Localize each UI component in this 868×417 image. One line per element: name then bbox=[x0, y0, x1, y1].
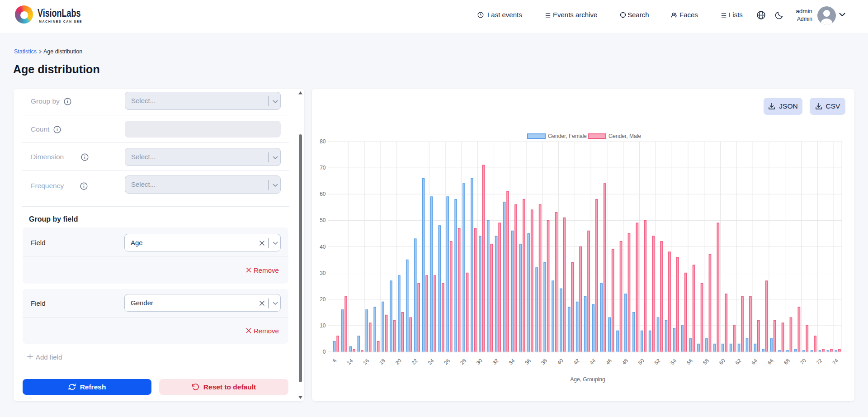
svg-text:14: 14 bbox=[346, 358, 354, 366]
svg-text:22: 22 bbox=[410, 358, 419, 366]
svg-text:58: 58 bbox=[702, 358, 710, 366]
svg-text:60: 60 bbox=[718, 358, 726, 366]
svg-text:30: 30 bbox=[320, 270, 326, 276]
svg-text:64: 64 bbox=[750, 358, 759, 366]
svg-text:72: 72 bbox=[815, 358, 823, 366]
svg-text:Age, Grouping: Age, Grouping bbox=[570, 376, 605, 383]
svg-text:38: 38 bbox=[540, 358, 548, 366]
svg-text:46: 46 bbox=[605, 358, 613, 366]
svg-text:Gender, Male: Gender, Male bbox=[609, 133, 641, 139]
svg-text:24: 24 bbox=[427, 358, 435, 366]
svg-text:80: 80 bbox=[320, 138, 326, 145]
svg-text:70: 70 bbox=[320, 165, 326, 171]
svg-text:62: 62 bbox=[734, 358, 742, 366]
svg-text:26: 26 bbox=[443, 358, 451, 366]
svg-text:70: 70 bbox=[799, 358, 807, 366]
svg-text:52: 52 bbox=[653, 358, 661, 366]
svg-text:10: 10 bbox=[320, 322, 326, 329]
svg-text:48: 48 bbox=[621, 358, 629, 366]
svg-text:16: 16 bbox=[362, 358, 370, 366]
svg-text:74: 74 bbox=[831, 358, 840, 366]
svg-text:20: 20 bbox=[320, 296, 326, 303]
svg-text:30: 30 bbox=[475, 358, 483, 366]
svg-text:28: 28 bbox=[459, 358, 467, 366]
svg-text:68: 68 bbox=[783, 358, 791, 366]
svg-text:36: 36 bbox=[524, 358, 532, 366]
svg-text:18: 18 bbox=[378, 358, 387, 366]
svg-text:40: 40 bbox=[556, 358, 564, 366]
svg-text:34: 34 bbox=[508, 358, 516, 366]
svg-text:42: 42 bbox=[572, 358, 580, 366]
svg-text:50: 50 bbox=[637, 358, 645, 366]
svg-text:60: 60 bbox=[320, 191, 326, 197]
svg-text:56: 56 bbox=[686, 358, 694, 366]
svg-text:6: 6 bbox=[332, 358, 338, 364]
svg-text:66: 66 bbox=[767, 358, 775, 366]
svg-text:40: 40 bbox=[320, 244, 326, 250]
svg-text:32: 32 bbox=[491, 358, 500, 366]
svg-text:0: 0 bbox=[323, 349, 326, 355]
svg-text:Gender, Female: Gender, Female bbox=[548, 133, 587, 139]
svg-text:54: 54 bbox=[670, 358, 678, 366]
svg-text:44: 44 bbox=[589, 358, 597, 366]
svg-text:20: 20 bbox=[394, 358, 402, 366]
svg-text:50: 50 bbox=[320, 217, 326, 223]
